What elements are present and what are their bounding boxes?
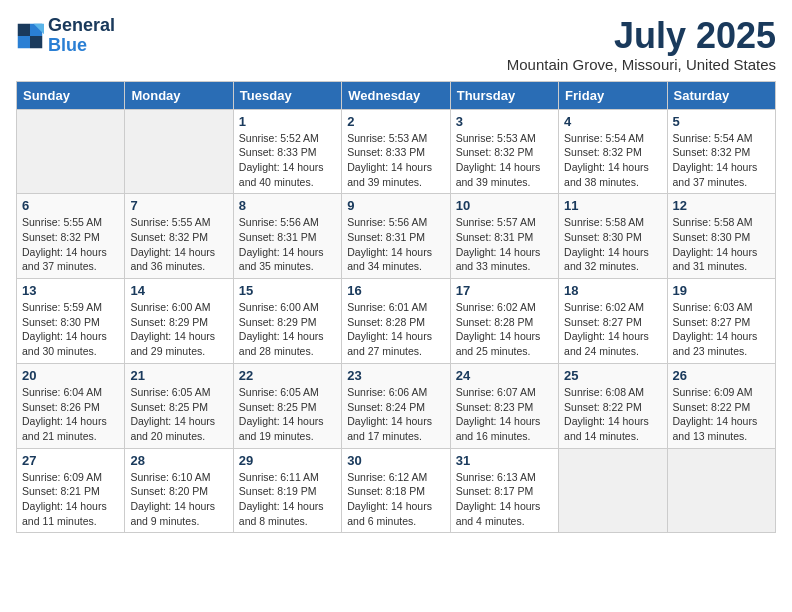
day-info: Sunrise: 6:04 AMSunset: 8:26 PMDaylight:… <box>22 385 119 444</box>
svg-rect-0 <box>18 24 30 36</box>
week-row-1: 1Sunrise: 5:52 AMSunset: 8:33 PMDaylight… <box>17 109 776 194</box>
day-number: 3 <box>456 114 553 129</box>
calendar-cell: 2Sunrise: 5:53 AMSunset: 8:33 PMDaylight… <box>342 109 450 194</box>
day-info: Sunrise: 6:11 AMSunset: 8:19 PMDaylight:… <box>239 470 336 529</box>
logo-icon <box>16 22 44 50</box>
logo-line1: General <box>48 16 115 36</box>
calendar-cell: 26Sunrise: 6:09 AMSunset: 8:22 PMDayligh… <box>667 363 775 448</box>
week-row-4: 20Sunrise: 6:04 AMSunset: 8:26 PMDayligh… <box>17 363 776 448</box>
day-header-friday: Friday <box>559 81 667 109</box>
day-number: 14 <box>130 283 227 298</box>
day-number: 31 <box>456 453 553 468</box>
calendar-cell: 25Sunrise: 6:08 AMSunset: 8:22 PMDayligh… <box>559 363 667 448</box>
day-info: Sunrise: 5:54 AMSunset: 8:32 PMDaylight:… <box>564 131 661 190</box>
day-number: 11 <box>564 198 661 213</box>
page-header: General Blue July 2025 Mountain Grove, M… <box>16 16 776 73</box>
logo: General Blue <box>16 16 115 56</box>
day-header-thursday: Thursday <box>450 81 558 109</box>
day-info: Sunrise: 6:13 AMSunset: 8:17 PMDaylight:… <box>456 470 553 529</box>
week-row-5: 27Sunrise: 6:09 AMSunset: 8:21 PMDayligh… <box>17 448 776 533</box>
calendar-cell: 30Sunrise: 6:12 AMSunset: 8:18 PMDayligh… <box>342 448 450 533</box>
calendar-cell: 16Sunrise: 6:01 AMSunset: 8:28 PMDayligh… <box>342 279 450 364</box>
title-area: July 2025 Mountain Grove, Missouri, Unit… <box>507 16 776 73</box>
calendar-cell: 11Sunrise: 5:58 AMSunset: 8:30 PMDayligh… <box>559 194 667 279</box>
day-header-saturday: Saturday <box>667 81 775 109</box>
day-info: Sunrise: 5:58 AMSunset: 8:30 PMDaylight:… <box>673 215 770 274</box>
day-info: Sunrise: 5:59 AMSunset: 8:30 PMDaylight:… <box>22 300 119 359</box>
day-header-tuesday: Tuesday <box>233 81 341 109</box>
day-number: 6 <box>22 198 119 213</box>
day-info: Sunrise: 6:05 AMSunset: 8:25 PMDaylight:… <box>130 385 227 444</box>
calendar-cell: 29Sunrise: 6:11 AMSunset: 8:19 PMDayligh… <box>233 448 341 533</box>
calendar-cell: 28Sunrise: 6:10 AMSunset: 8:20 PMDayligh… <box>125 448 233 533</box>
day-info: Sunrise: 5:58 AMSunset: 8:30 PMDaylight:… <box>564 215 661 274</box>
day-number: 12 <box>673 198 770 213</box>
week-row-3: 13Sunrise: 5:59 AMSunset: 8:30 PMDayligh… <box>17 279 776 364</box>
svg-rect-2 <box>18 36 30 48</box>
day-number: 29 <box>239 453 336 468</box>
calendar-cell: 21Sunrise: 6:05 AMSunset: 8:25 PMDayligh… <box>125 363 233 448</box>
calendar-cell: 23Sunrise: 6:06 AMSunset: 8:24 PMDayligh… <box>342 363 450 448</box>
calendar-cell: 12Sunrise: 5:58 AMSunset: 8:30 PMDayligh… <box>667 194 775 279</box>
day-info: Sunrise: 5:57 AMSunset: 8:31 PMDaylight:… <box>456 215 553 274</box>
day-info: Sunrise: 5:52 AMSunset: 8:33 PMDaylight:… <box>239 131 336 190</box>
day-info: Sunrise: 6:09 AMSunset: 8:22 PMDaylight:… <box>673 385 770 444</box>
calendar-cell: 4Sunrise: 5:54 AMSunset: 8:32 PMDaylight… <box>559 109 667 194</box>
day-info: Sunrise: 6:02 AMSunset: 8:27 PMDaylight:… <box>564 300 661 359</box>
logo-line2: Blue <box>48 36 115 56</box>
calendar-cell: 8Sunrise: 5:56 AMSunset: 8:31 PMDaylight… <box>233 194 341 279</box>
day-number: 9 <box>347 198 444 213</box>
day-info: Sunrise: 5:53 AMSunset: 8:33 PMDaylight:… <box>347 131 444 190</box>
day-number: 30 <box>347 453 444 468</box>
day-number: 10 <box>456 198 553 213</box>
calendar-cell <box>667 448 775 533</box>
day-number: 2 <box>347 114 444 129</box>
calendar-cell: 19Sunrise: 6:03 AMSunset: 8:27 PMDayligh… <box>667 279 775 364</box>
calendar-cell: 7Sunrise: 5:55 AMSunset: 8:32 PMDaylight… <box>125 194 233 279</box>
day-number: 7 <box>130 198 227 213</box>
day-info: Sunrise: 6:07 AMSunset: 8:23 PMDaylight:… <box>456 385 553 444</box>
day-info: Sunrise: 5:54 AMSunset: 8:32 PMDaylight:… <box>673 131 770 190</box>
day-number: 13 <box>22 283 119 298</box>
day-number: 28 <box>130 453 227 468</box>
calendar-cell: 22Sunrise: 6:05 AMSunset: 8:25 PMDayligh… <box>233 363 341 448</box>
day-number: 18 <box>564 283 661 298</box>
calendar-cell: 15Sunrise: 6:00 AMSunset: 8:29 PMDayligh… <box>233 279 341 364</box>
day-number: 15 <box>239 283 336 298</box>
day-info: Sunrise: 5:55 AMSunset: 8:32 PMDaylight:… <box>22 215 119 274</box>
calendar-cell: 9Sunrise: 5:56 AMSunset: 8:31 PMDaylight… <box>342 194 450 279</box>
day-info: Sunrise: 6:00 AMSunset: 8:29 PMDaylight:… <box>130 300 227 359</box>
calendar-cell <box>559 448 667 533</box>
calendar-cell: 17Sunrise: 6:02 AMSunset: 8:28 PMDayligh… <box>450 279 558 364</box>
day-number: 1 <box>239 114 336 129</box>
calendar-cell: 18Sunrise: 6:02 AMSunset: 8:27 PMDayligh… <box>559 279 667 364</box>
svg-rect-3 <box>30 36 42 48</box>
calendar-cell <box>17 109 125 194</box>
day-header-wednesday: Wednesday <box>342 81 450 109</box>
week-row-2: 6Sunrise: 5:55 AMSunset: 8:32 PMDaylight… <box>17 194 776 279</box>
day-number: 4 <box>564 114 661 129</box>
day-number: 22 <box>239 368 336 383</box>
calendar-cell: 13Sunrise: 5:59 AMSunset: 8:30 PMDayligh… <box>17 279 125 364</box>
day-info: Sunrise: 6:02 AMSunset: 8:28 PMDaylight:… <box>456 300 553 359</box>
day-number: 24 <box>456 368 553 383</box>
day-number: 17 <box>456 283 553 298</box>
day-number: 5 <box>673 114 770 129</box>
calendar-cell <box>125 109 233 194</box>
day-number: 19 <box>673 283 770 298</box>
day-number: 26 <box>673 368 770 383</box>
day-number: 27 <box>22 453 119 468</box>
calendar-cell: 1Sunrise: 5:52 AMSunset: 8:33 PMDaylight… <box>233 109 341 194</box>
day-info: Sunrise: 6:08 AMSunset: 8:22 PMDaylight:… <box>564 385 661 444</box>
day-info: Sunrise: 5:55 AMSunset: 8:32 PMDaylight:… <box>130 215 227 274</box>
day-header-sunday: Sunday <box>17 81 125 109</box>
calendar-cell: 14Sunrise: 6:00 AMSunset: 8:29 PMDayligh… <box>125 279 233 364</box>
day-info: Sunrise: 6:01 AMSunset: 8:28 PMDaylight:… <box>347 300 444 359</box>
day-info: Sunrise: 6:06 AMSunset: 8:24 PMDaylight:… <box>347 385 444 444</box>
day-info: Sunrise: 6:09 AMSunset: 8:21 PMDaylight:… <box>22 470 119 529</box>
day-header-monday: Monday <box>125 81 233 109</box>
header-row: SundayMondayTuesdayWednesdayThursdayFrid… <box>17 81 776 109</box>
day-info: Sunrise: 5:53 AMSunset: 8:32 PMDaylight:… <box>456 131 553 190</box>
day-number: 16 <box>347 283 444 298</box>
location-title: Mountain Grove, Missouri, United States <box>507 56 776 73</box>
